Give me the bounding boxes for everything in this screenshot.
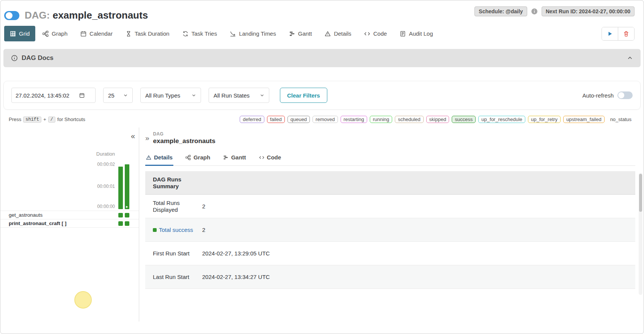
dag-docs-bar[interactable]: DAG Docs — [3, 49, 641, 67]
tab-task-tries[interactable]: Task Tries — [177, 26, 223, 41]
toggle-knob — [6, 12, 13, 19]
base-date-input[interactable] — [16, 92, 76, 99]
row-value: 2024-02-27, 13:29:05 UTC — [196, 246, 270, 261]
trash-icon — [623, 31, 629, 37]
run-duration-bar[interactable] — [118, 167, 123, 209]
scrollbar-thumb[interactable] — [639, 174, 642, 212]
dag-pause-toggle[interactable] — [4, 11, 19, 20]
warning-triangle-icon — [325, 31, 331, 37]
tab-gantt[interactable]: Gantt — [283, 26, 318, 41]
total-success-link[interactable]: Total success — [159, 227, 193, 233]
breadcrumb: DAG — [153, 131, 215, 137]
shortcuts-hint: Press shift + / for Shortcuts — [9, 117, 85, 123]
detail-tab-gantt[interactable]: Gantt — [222, 151, 247, 166]
task-instance-cell[interactable] — [118, 221, 123, 226]
page-title: DAG: example_astronauts — [25, 9, 148, 21]
table-header-row: DAG Runs Summary — [145, 171, 635, 195]
tab-graph-label: Graph — [52, 30, 68, 37]
dag-prefix-label: DAG: — [25, 9, 50, 21]
chevron-up-icon[interactable] — [627, 55, 633, 61]
detail-tab-code[interactable]: Code — [258, 151, 282, 166]
task-name[interactable]: print_astronaut_craft [ ] — [9, 221, 66, 226]
main-split: « Duration 00:00:02 00:00:01 00:00:00 ▶ … — [0, 128, 644, 321]
row-label: Last Run Start — [145, 269, 196, 285]
tab-grid[interactable]: Grid — [4, 26, 35, 41]
legend-success[interactable]: success — [452, 116, 476, 123]
tab-code[interactable]: Code — [358, 26, 393, 41]
task-instance-cell[interactable] — [118, 213, 123, 217]
tab-audit-log[interactable]: Audit Log — [394, 26, 438, 41]
vertical-scrollbar[interactable] — [639, 173, 642, 295]
toggle-knob — [618, 92, 624, 98]
dag-name-title: example_astronauts — [53, 9, 148, 21]
slash-key: / — [48, 117, 55, 123]
airflow-dag-page: DAG: example_astronauts Schedule: @daily… — [0, 0, 644, 321]
page-size-select[interactable]: 25 — [103, 88, 133, 103]
legend-deferred[interactable]: deferred — [240, 116, 264, 123]
date-picker-icon[interactable] — [79, 93, 85, 98]
tab-details[interactable]: Details — [319, 26, 357, 41]
audit-log-icon — [400, 31, 406, 37]
table-header-label: DAG Runs Summary — [145, 172, 196, 194]
graph-icon — [42, 31, 49, 37]
page-header: DAG: example_astronauts Schedule: @daily… — [0, 0, 644, 25]
auto-refresh-label: Auto-refresh — [582, 92, 614, 99]
task-name[interactable]: get_astronauts — [9, 212, 42, 218]
run-types-select[interactable]: All Run Types — [140, 88, 201, 103]
legend-failed[interactable]: failed — [267, 116, 285, 123]
legend-running[interactable]: running — [370, 116, 392, 123]
legend-restarting[interactable]: restarting — [341, 116, 367, 123]
tab-audit-log-label: Audit Log — [409, 30, 433, 37]
grid-panel: « Duration 00:00:02 00:00:01 00:00:00 ▶ … — [0, 128, 139, 321]
detail-tabbar: Details Graph Gantt Code — [145, 151, 635, 166]
expand-panel-button[interactable]: » — [145, 134, 149, 142]
legend-upstream-failed[interactable]: upstream_failed — [563, 116, 605, 123]
legend-no-status[interactable]: no_status — [607, 116, 635, 123]
next-run-badge: Next Run ID: 2024-02-27, 00:00:00 — [542, 6, 635, 16]
legend-removed[interactable]: removed — [313, 116, 338, 123]
details-panel: » DAG example_astronauts Details Graph — [139, 128, 644, 321]
detail-tab-details[interactable]: Details — [145, 151, 173, 166]
task-instance-cell[interactable] — [125, 221, 129, 226]
detail-tab-graph[interactable]: Graph — [185, 151, 211, 166]
info-icon — [11, 55, 18, 61]
page-size-value: 25 — [108, 92, 115, 99]
schedule-info-icon[interactable] — [531, 8, 538, 15]
tab-landing-times[interactable]: Landing Times — [224, 26, 282, 41]
tab-gantt-label: Gantt — [298, 30, 312, 37]
tab-landing-times-label: Landing Times — [239, 30, 276, 37]
highlight-circle — [74, 291, 92, 309]
legend-queued[interactable]: queued — [287, 116, 310, 123]
play-icon — [607, 31, 613, 37]
detail-tab-code-label: Code — [267, 154, 281, 161]
retry-arrows-icon — [182, 31, 188, 37]
task-instance-cell[interactable] — [125, 213, 129, 217]
legend-scheduled[interactable]: scheduled — [395, 116, 423, 123]
view-tabbar: Grid Graph Calendar Task Duration Task T… — [0, 25, 644, 42]
axis-tick: 00:00:02 — [97, 162, 115, 167]
dag-action-buttons — [602, 27, 635, 41]
table-row: First Run Start 2024-02-27, 13:29:05 UTC — [145, 242, 635, 265]
task-row[interactable]: get_astronauts — [0, 211, 139, 219]
task-list: get_astronauts print_astronaut_craft [ ] — [0, 211, 139, 228]
tab-graph[interactable]: Graph — [37, 26, 73, 41]
row-value: 2 — [196, 199, 205, 214]
grid-icon — [10, 31, 16, 37]
delete-dag-button[interactable] — [618, 27, 634, 40]
task-row[interactable]: print_astronaut_craft [ ] — [0, 219, 139, 228]
run-duration-bar[interactable]: ▶ — [125, 164, 129, 209]
legend-up-for-reschedule[interactable]: up_for_reschedule — [478, 116, 525, 123]
run-states-value: All Run States — [214, 92, 250, 99]
legend-up-for-retry[interactable]: up_for_retry — [528, 116, 561, 123]
dag-docs-title: DAG Docs — [22, 54, 53, 62]
tab-task-tries-label: Task Tries — [192, 30, 217, 37]
legend-skipped[interactable]: skipped — [426, 116, 449, 123]
trigger-dag-button[interactable] — [602, 27, 618, 40]
run-states-select[interactable]: All Run States — [209, 88, 269, 103]
tab-task-duration[interactable]: Task Duration — [120, 26, 175, 41]
row-label: Total Runs Displayed — [145, 195, 196, 217]
tab-grid-label: Grid — [19, 30, 30, 37]
tab-calendar[interactable]: Calendar — [75, 26, 118, 41]
auto-refresh-toggle[interactable] — [617, 91, 633, 99]
clear-filters-button[interactable]: Clear Filters — [280, 88, 327, 103]
